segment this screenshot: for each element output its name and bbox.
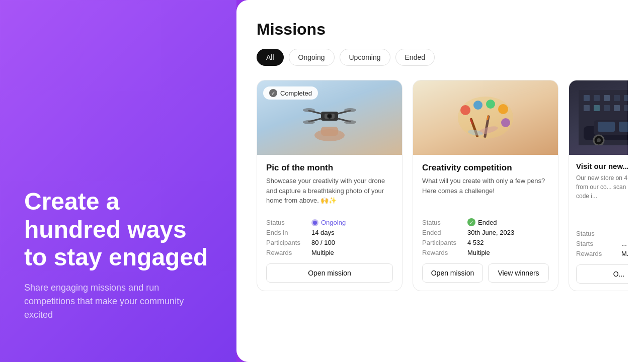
ended-value: 30th June, 2023 <box>467 229 514 236</box>
svg-point-9 <box>344 108 356 112</box>
card-meta-creativity: Status ✓ Ended Ended 30th June, 2023 <box>422 218 549 256</box>
card-desc-pic-of-month: Showcase your creativity with your drone… <box>266 176 393 212</box>
status-dot-ongoing <box>311 219 318 226</box>
svg-rect-43 <box>598 122 615 132</box>
meta-ended: Ended 30th June, 2023 <box>422 229 549 236</box>
card-title-store: Visit our new... <box>576 162 628 170</box>
drone-illustration <box>297 93 362 143</box>
rewards-value-2: Multiple <box>467 249 490 256</box>
filter-tab-upcoming[interactable]: Upcoming <box>340 49 390 66</box>
right-panel: Missions All Ongoing Upcoming Ended <box>236 0 644 362</box>
svg-rect-1 <box>321 127 338 136</box>
open-mission-button-2[interactable]: Open mission <box>422 263 483 283</box>
meta-status-2: Status ✓ Ended <box>422 218 549 226</box>
card-body-pic-of-month: Pic of the month Showcase your creativit… <box>257 155 402 291</box>
meta-rewards-3: Rewards M... <box>576 250 628 257</box>
participants-label-2: Participants <box>422 239 467 246</box>
check-icon: ✓ <box>269 89 277 97</box>
card-desc-creativity: What will you create with only a few pen… <box>422 176 549 211</box>
meta-participants-2: Participants 4 532 <box>422 239 549 246</box>
svg-point-10 <box>303 120 315 124</box>
meta-rewards-2: Rewards Multiple <box>422 249 549 256</box>
card-actions-creativity: Open mission View winners <box>422 263 549 283</box>
card-image-store <box>569 80 628 155</box>
status-label: Status <box>266 219 311 226</box>
ends-in-value: 14 days <box>311 229 335 236</box>
left-panel: Create a hundred ways to stay engaged Sh… <box>0 0 236 362</box>
status-value-2: ✓ Ended <box>467 218 497 226</box>
participants-value: 80 / 100 <box>311 239 335 246</box>
svg-rect-35 <box>624 95 628 101</box>
hero-subtext: Share engaging missions and run competit… <box>24 281 212 322</box>
mission-card-creativity: Creativity competition What will you cre… <box>413 80 558 291</box>
hero-headline: Create a hundred ways to stay engaged <box>24 188 212 271</box>
svg-rect-28 <box>594 95 600 101</box>
filter-tab-ended[interactable]: Ended <box>395 49 435 66</box>
svg-rect-29 <box>604 95 610 101</box>
svg-point-18 <box>498 104 508 114</box>
svg-point-11 <box>344 120 356 124</box>
svg-rect-32 <box>594 105 600 111</box>
cards-row: ✓ Completed Pic of the month Showcase yo… <box>257 80 628 362</box>
card-image-pic-of-month: ✓ Completed <box>257 80 402 155</box>
status-label-3: Status <box>576 230 621 237</box>
meta-starts: Starts ... <box>576 240 628 247</box>
open-mission-button-1[interactable]: Open mission <box>266 263 393 283</box>
completed-badge: ✓ Completed <box>263 86 318 100</box>
ended-label: Ended <box>422 229 467 236</box>
card-actions-pic-of-month: Open mission <box>266 263 393 283</box>
meta-status-3: Status <box>576 230 628 237</box>
svg-rect-31 <box>584 105 590 111</box>
missions-title: Missions <box>257 20 628 39</box>
card-actions-store: O... <box>576 264 628 284</box>
svg-point-19 <box>501 118 510 127</box>
card-meta-pic-of-month: Status Ongoing Ends in 14 days <box>266 219 393 256</box>
mission-card-pic-of-month: ✓ Completed Pic of the month Showcase yo… <box>257 80 403 291</box>
card-body-store: Visit our new... Our new store on 4... l… <box>569 155 628 291</box>
badge-label: Completed <box>280 89 312 97</box>
rewards-label: Rewards <box>266 249 311 256</box>
meta-ends-in: Ends in 14 days <box>266 229 393 236</box>
status-value: Ongoing <box>311 219 346 226</box>
svg-point-17 <box>486 100 495 109</box>
open-mission-button-3[interactable]: O... <box>576 264 628 284</box>
svg-rect-44 <box>619 122 628 132</box>
svg-point-13 <box>328 115 331 118</box>
participants-label: Participants <box>266 239 311 246</box>
rewards-value: Multiple <box>311 249 334 256</box>
card-desc-store: Our new store on 4... loving from our co… <box>576 173 628 223</box>
starts-label: Starts <box>576 240 621 247</box>
filter-tab-all[interactable]: All <box>257 49 284 66</box>
rewards-label-2: Rewards <box>422 249 467 256</box>
svg-point-15 <box>460 105 470 115</box>
svg-point-16 <box>473 101 482 110</box>
status-label-2: Status <box>422 219 467 226</box>
card-body-creativity: Creativity competition What will you cre… <box>413 155 558 291</box>
car-illustration <box>579 90 628 145</box>
rewards-label-3: Rewards <box>576 250 621 257</box>
missions-container: Missions All Ongoing Upcoming Ended <box>236 0 644 362</box>
svg-rect-33 <box>604 105 610 111</box>
svg-rect-27 <box>584 95 590 101</box>
status-dot-ended: ✓ <box>467 218 475 226</box>
filter-tab-ongoing[interactable]: Ongoing <box>289 49 335 66</box>
card-title-creativity: Creativity competition <box>422 163 549 173</box>
meta-status: Status Ongoing <box>266 219 393 226</box>
card-image-creativity <box>413 80 558 155</box>
meta-participants: Participants 80 / 100 <box>266 239 393 246</box>
view-winners-button[interactable]: View winners <box>488 263 549 283</box>
svg-point-8 <box>303 108 315 112</box>
ends-in-label: Ends in <box>266 229 311 236</box>
filter-tabs: All Ongoing Upcoming Ended <box>257 49 628 66</box>
participants-value-2: 4 532 <box>467 239 484 246</box>
art-illustration <box>450 90 521 145</box>
svg-rect-38 <box>624 105 628 111</box>
svg-rect-30 <box>614 95 620 101</box>
card-title-pic-of-month: Pic of the month <box>266 163 393 173</box>
meta-rewards: Rewards Multiple <box>266 249 393 256</box>
mission-card-store: Visit our new... Our new store on 4... l… <box>569 80 628 291</box>
svg-point-46 <box>597 138 601 142</box>
rewards-value-3: M... <box>621 250 628 257</box>
card-meta-store: Status Starts ... Rewards M... <box>576 230 628 257</box>
starts-value: ... <box>621 240 627 247</box>
